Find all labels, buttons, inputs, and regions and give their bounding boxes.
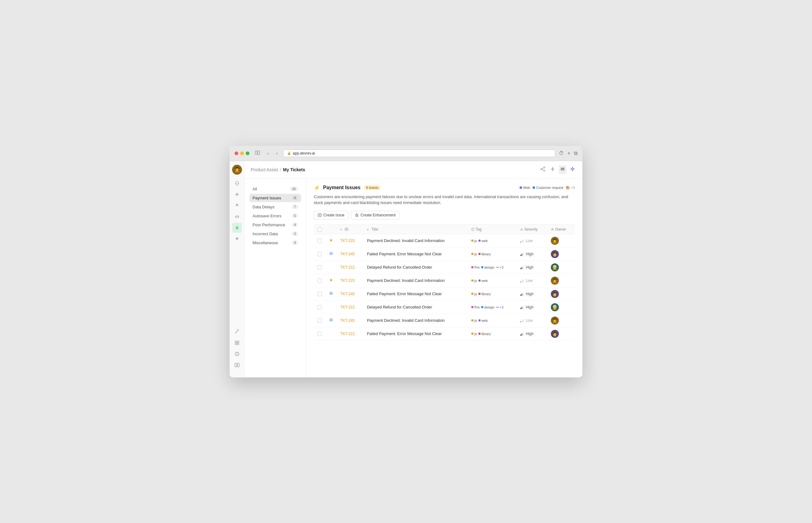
row-status-icon (329, 238, 333, 243)
add-icon[interactable] (232, 190, 242, 199)
row-checkbox[interactable] (317, 305, 322, 309)
minimize-button[interactable] (240, 151, 244, 155)
table-row: TKT-223 Payment Declined: Invalid Card I… (314, 274, 575, 287)
lightning-icon[interactable] (549, 165, 556, 174)
ticket-id[interactable]: TKT-223 (340, 278, 355, 283)
ticket-tag: design (481, 305, 494, 309)
row-severity-cell: High (516, 287, 547, 301)
ticket-tag: web (479, 239, 488, 242)
share-icon[interactable] (539, 165, 547, 174)
svg-text:#: # (340, 228, 342, 231)
select-all-checkbox[interactable] (317, 227, 322, 232)
svg-rect-0 (255, 151, 257, 155)
owner-avatar: 🧑‍🦱 (551, 277, 559, 285)
voice-icon[interactable] (232, 201, 242, 211)
nav-item-autosave-errors[interactable]: Autosave Errors 5 (249, 212, 301, 220)
ticket-title: Payment Declined: Invalid Card Informati… (367, 238, 445, 243)
row-checkbox[interactable] (317, 278, 322, 283)
grid-icon[interactable] (232, 338, 242, 348)
nav-item-poor-performance[interactable]: Poor Performance 4 (249, 221, 301, 229)
lock-icon: 🔒 (287, 151, 291, 155)
col-header-title: # Title (363, 224, 468, 234)
ticket-id[interactable]: TKT-223 (340, 239, 355, 243)
issue-header: ⚡ Payment Issues 8 tickets Web (314, 185, 575, 191)
row-checkbox-cell (314, 234, 326, 247)
row-status-icon (329, 252, 333, 256)
svg-point-50 (330, 319, 332, 321)
svg-rect-54 (523, 319, 523, 322)
browser-window: ‹ › 🔒 app.devrev.ai ⏱ + ⧉ 🧑‍🦱 (230, 146, 582, 377)
forward-button[interactable]: › (275, 150, 280, 157)
severity-cell: High (520, 265, 543, 270)
right-panel: ⚡ Payment Issues 8 tickets Web (306, 179, 582, 377)
row-severity-cell: Low (516, 274, 547, 287)
code-icon[interactable] (232, 212, 242, 222)
row-checkbox[interactable] (317, 292, 322, 296)
svg-rect-1 (258, 151, 260, 155)
nav-item-incorrect-data[interactable]: Incorrect Data 2 (249, 230, 301, 238)
new-tab-btn[interactable]: + (568, 150, 570, 156)
ticket-tag: Pre (471, 305, 480, 309)
table-row: TKT-245 Failed Payment: Error Message No… (314, 247, 575, 260)
nav-item-data-delays[interactable]: Data Delays 7 (249, 203, 301, 211)
row-tag-cell: jsweb (468, 274, 516, 287)
ticket-id[interactable]: TKT-212 (340, 305, 355, 309)
row-checkbox[interactable] (317, 332, 322, 336)
close-button[interactable] (235, 151, 238, 155)
row-checkbox[interactable] (317, 239, 322, 243)
ticket-id[interactable]: TKT-212 (340, 265, 355, 270)
row-title-cell: Failed Payment: Error Message Not Clear (363, 327, 468, 340)
row-checkbox-cell (314, 287, 326, 301)
ticket-id[interactable]: TKT-245 (340, 318, 355, 323)
severity-cell: High (520, 252, 543, 256)
row-owner-cell: 🧑‍🦳 (547, 260, 575, 274)
nav-item-miscellaneous[interactable]: Miscellaneous 9 (249, 239, 301, 247)
create-enhancement-button[interactable]: Create Enhancement (351, 211, 399, 219)
tabs-btn[interactable]: ⧉ (574, 150, 577, 156)
main-content: Product Assist / My Tickets (244, 161, 582, 377)
traffic-lights (235, 151, 249, 155)
list-view-icon[interactable] (559, 165, 566, 174)
maximize-button[interactable] (246, 151, 249, 155)
dollar-icon[interactable]: $ (232, 223, 242, 233)
nav-item-payment-issues[interactable]: Payment Issues 8 (249, 194, 301, 202)
row-title-cell: Delayed Refund for Cancelled Order (363, 260, 468, 274)
history-btn[interactable]: ⏱ (559, 150, 564, 156)
sidebar-toggle[interactable] (253, 150, 262, 157)
ai-sparkle-icon[interactable] (569, 165, 576, 174)
tools-icon[interactable] (232, 327, 242, 337)
left-nav-panel: All 26 Payment Issues 8 Data Delays 7 Au… (244, 179, 306, 377)
row-owner-cell: 🧑‍🦳 (547, 301, 575, 314)
col-header-owner: Owner (547, 224, 575, 234)
back-button[interactable]: ‹ (265, 150, 271, 157)
row-id-cell: TKT-245 (337, 287, 363, 301)
row-checkbox[interactable] (317, 265, 322, 270)
page-title-area: Product Assist / My Tickets (250, 167, 305, 172)
user-avatar[interactable]: 🧑‍🦱 (232, 165, 242, 175)
table-row: TKT-212 Delayed Refund for Cancelled Ord… (314, 260, 575, 274)
ticket-tag: web (479, 279, 488, 283)
row-checkbox[interactable] (317, 252, 322, 256)
notifications-icon[interactable] (232, 178, 242, 188)
ticket-id[interactable]: TKT-245 (340, 292, 355, 296)
url-bar[interactable]: 🔒 app.devrev.ai (283, 150, 555, 157)
row-icon-cell (326, 287, 337, 301)
svg-rect-31 (523, 253, 523, 256)
nav-item-all[interactable]: All 26 (249, 185, 301, 193)
ticket-id[interactable]: TKT-212 (340, 332, 355, 336)
col-header-icon (326, 224, 337, 234)
row-checkbox[interactable] (317, 318, 322, 323)
create-issue-button[interactable]: Create Issue (314, 211, 348, 219)
row-status-icon (329, 291, 333, 296)
customer-tag-dot (533, 186, 535, 189)
row-id-cell: TKT-212 (337, 260, 363, 274)
browser-actions: ⏱ + ⧉ (559, 150, 577, 156)
help-icon[interactable]: ? (232, 349, 242, 359)
customer-tag-label: Customer request (536, 186, 563, 190)
sidebar-collapse-icon[interactable] (232, 360, 242, 370)
svg-rect-49 (523, 306, 523, 309)
sparkle-icon[interactable] (232, 234, 242, 244)
row-severity-cell: High (516, 301, 547, 314)
ticket-id[interactable]: TKT-245 (340, 252, 355, 256)
col-header-checkbox (314, 224, 326, 234)
